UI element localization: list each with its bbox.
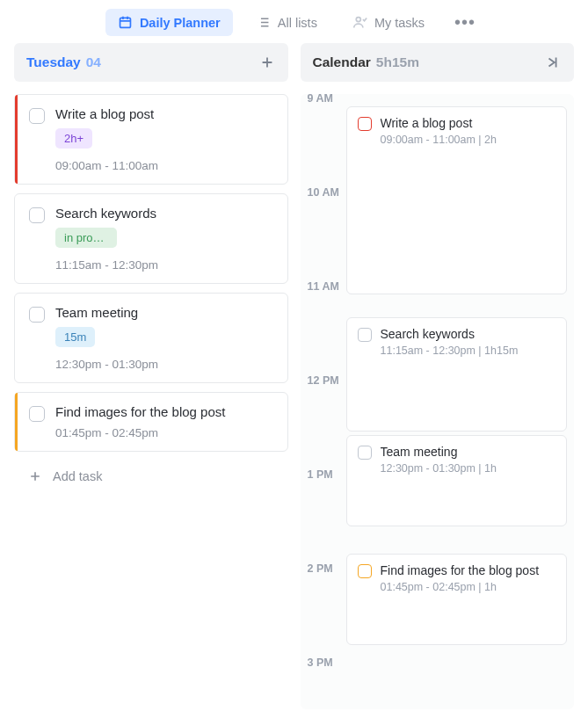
- task-badge: 2h+: [55, 128, 92, 149]
- calendar-title: Calendar: [313, 54, 371, 70]
- nav-label: Daily Planner: [140, 16, 221, 30]
- task-card[interactable]: Write a blog post2h+09:00am - 11:00am: [14, 94, 288, 185]
- events-layer: Write a blog post 09:00am - 11:00am | 2h…: [346, 94, 568, 709]
- tasks-column-header: Tuesday 04: [14, 43, 288, 82]
- task-accent: [15, 95, 18, 184]
- hour-label: 3 PM: [308, 656, 333, 669]
- calendar-event[interactable]: Team meeting 12:30pm - 01:30pm | 1h: [346, 435, 568, 526]
- list-icon: [256, 15, 271, 30]
- calendar-body: 9 AM10 AM11 AM12 PM1 PM2 PM3 PM Write a …: [301, 94, 575, 709]
- tasks-list: Write a blog post2h+09:00am - 11:00am Se…: [14, 94, 288, 452]
- event-subtitle: 11:15am - 12:30pm | 1h15m: [381, 344, 556, 357]
- top-nav: Daily Planner All lists My tasks •••: [0, 0, 588, 43]
- event-checkbox[interactable]: [358, 328, 372, 342]
- task-title: Team meeting: [55, 305, 275, 320]
- event-subtitle: 01:45pm - 02:45pm | 1h: [381, 581, 556, 593]
- hour-label: 9 AM: [308, 92, 333, 105]
- more-menu-icon[interactable]: •••: [447, 9, 483, 36]
- calendar-column-header: Calendar 5h15m: [301, 43, 575, 82]
- add-task-button[interactable]: Add task: [14, 461, 288, 492]
- task-badge: 15m: [55, 327, 95, 347]
- calendar-icon: [118, 15, 133, 30]
- add-task-icon[interactable]: [258, 54, 276, 71]
- calendar-event[interactable]: Search keywords 11:15am - 12:30pm | 1h15…: [346, 317, 568, 432]
- task-checkbox[interactable]: [29, 207, 45, 223]
- add-task-label: Add task: [53, 469, 102, 483]
- task-time: 01:45pm - 02:45pm: [55, 426, 275, 439]
- task-card[interactable]: Team meeting15m12:30pm - 01:30pm: [14, 293, 288, 383]
- hour-label: 10 AM: [308, 186, 339, 199]
- event-title: Team meeting: [381, 445, 556, 459]
- task-title: Search keywords: [55, 206, 275, 221]
- svg-rect-0: [120, 18, 130, 27]
- task-accent: [15, 393, 18, 451]
- day-label: Tuesday: [26, 54, 81, 70]
- nav-daily-planner[interactable]: Daily Planner: [105, 9, 233, 36]
- event-title: Search keywords: [381, 327, 556, 341]
- task-title: Find images for the blog post: [55, 404, 275, 419]
- hour-label: 2 PM: [308, 562, 333, 575]
- task-card[interactable]: Find images for the blog post01:45pm - 0…: [14, 392, 288, 452]
- calendar-column: Calendar 5h15m 9 AM10 AM11 AM12 PM1 PM2 …: [301, 43, 575, 709]
- event-subtitle: 09:00am - 11:00am | 2h: [381, 134, 556, 146]
- task-checkbox[interactable]: [29, 307, 45, 323]
- event-checkbox[interactable]: [358, 564, 372, 578]
- nav-label: My tasks: [374, 16, 425, 30]
- event-title: Write a blog post: [381, 116, 556, 130]
- task-checkbox[interactable]: [29, 406, 45, 422]
- event-checkbox[interactable]: [358, 446, 372, 460]
- task-time: 09:00am - 11:00am: [55, 159, 275, 172]
- task-time: 11:15am - 12:30pm: [55, 258, 275, 272]
- calendar-duration: 5h15m: [376, 54, 419, 70]
- hour-label: 1 PM: [308, 468, 333, 481]
- hour-label: 12 PM: [308, 374, 339, 387]
- task-time: 12:30pm - 01:30pm: [55, 358, 275, 371]
- person-icon: [352, 15, 367, 30]
- nav-my-tasks[interactable]: My tasks: [340, 9, 437, 36]
- task-checkbox[interactable]: [29, 108, 45, 124]
- hour-label: 11 AM: [308, 280, 339, 293]
- task-card[interactable]: Search keywordsin progr…11:15am - 12:30p…: [14, 193, 288, 284]
- task-badge: in progr…: [55, 228, 117, 248]
- event-checkbox[interactable]: [358, 117, 372, 131]
- nav-all-lists[interactable]: All lists: [243, 9, 330, 36]
- event-title: Find images for the blog post: [381, 563, 556, 577]
- collapse-icon[interactable]: [544, 54, 562, 71]
- tasks-column: Tuesday 04 Write a blog post2h+09:00am -…: [14, 43, 288, 709]
- date-label: 04: [86, 54, 101, 70]
- nav-label: All lists: [278, 16, 317, 30]
- task-title: Write a blog post: [55, 106, 275, 121]
- calendar-event[interactable]: Find images for the blog post 01:45pm - …: [346, 554, 568, 645]
- calendar-event[interactable]: Write a blog post 09:00am - 11:00am | 2h: [346, 106, 568, 294]
- event-subtitle: 12:30pm - 01:30pm | 1h: [381, 462, 556, 475]
- svg-point-1: [356, 18, 360, 22]
